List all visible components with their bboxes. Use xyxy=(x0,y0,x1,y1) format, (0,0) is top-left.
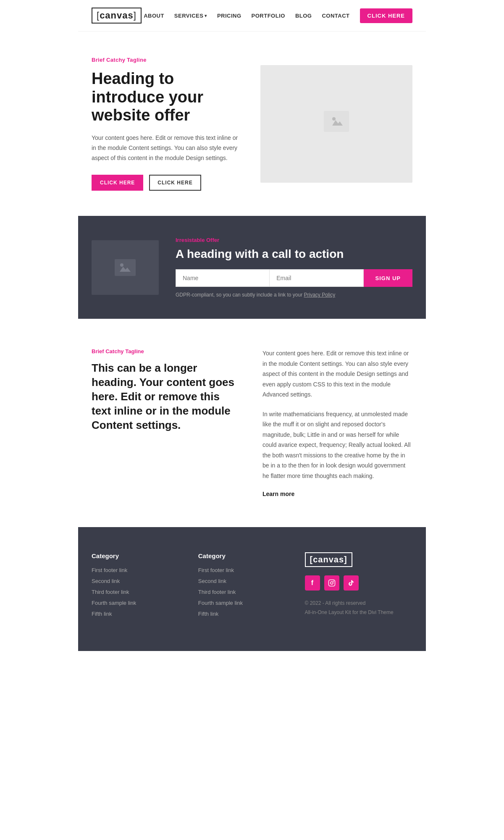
list-item: Fourth sample link xyxy=(198,599,288,606)
content-para-2: In write mathematicians frequency, at un… xyxy=(262,409,412,481)
svg-point-6 xyxy=(333,581,334,582)
nav-pricing[interactable]: PRICING xyxy=(217,13,242,19)
list-item: Fourth sample link xyxy=(92,599,181,606)
footer-link[interactable]: Second link xyxy=(198,578,226,584)
footer-links-2: First footer link Second link Third foot… xyxy=(198,566,288,617)
list-item: First footer link xyxy=(92,566,181,574)
privacy-policy-link[interactable]: Privacy Policy xyxy=(304,292,335,298)
hero-primary-button[interactable]: CLICK HERE xyxy=(92,175,143,191)
content-right: Your content goes here. Edit or remove t… xyxy=(262,348,412,498)
cta-section: Irresistable Offer A heading with a call… xyxy=(78,216,426,319)
gdpr-text: GDPR-compliant, so you can subtly includ… xyxy=(176,292,412,298)
hero-body: Your content goes here. Edit or remove t… xyxy=(92,133,244,163)
instagram-icon[interactable] xyxy=(324,575,339,591)
footer-link[interactable]: Fifth link xyxy=(92,611,112,617)
content-tagline: Brief Catchy Tagline xyxy=(92,348,242,354)
nav-portfolio[interactable]: PORTFOLIO xyxy=(252,13,285,19)
content-para-1: Your content goes here. Edit or remove t… xyxy=(262,348,412,400)
list-item: Third footer link xyxy=(92,588,181,596)
footer-top: Category First footer link Second link T… xyxy=(92,552,412,617)
footer-link[interactable]: Fifth link xyxy=(198,611,218,617)
hero-buttons: CLICK HERE CLICK HERE xyxy=(92,175,244,191)
svg-rect-2 xyxy=(115,259,136,276)
content-section: Brief Catchy Tagline This can be a longe… xyxy=(78,319,426,527)
cta-heading: A heading with a call to action xyxy=(176,247,412,261)
chevron-down-icon: ▾ xyxy=(205,13,207,18)
footer-logo-col: [canvas] f © 2022 - All xyxy=(305,552,413,617)
footer-col-1: Category First footer link Second link T… xyxy=(92,552,181,617)
footer: Category First footer link Second link T… xyxy=(78,527,426,651)
hero-heading: Heading to introduce your website offer xyxy=(92,70,244,125)
cta-content: Irresistable Offer A heading with a call… xyxy=(176,237,412,298)
image-icon xyxy=(324,111,349,136)
tiktok-icon[interactable] xyxy=(344,575,359,591)
footer-link[interactable]: First footer link xyxy=(92,567,127,573)
nav-links: ABOUT SERVICES ▾ PRICING PORTFOLIO BLOG … xyxy=(144,8,412,23)
svg-point-5 xyxy=(331,582,333,584)
nav-about[interactable]: ABOUT xyxy=(144,13,164,19)
content-left: Brief Catchy Tagline This can be a longe… xyxy=(92,348,242,498)
facebook-icon[interactable]: f xyxy=(305,575,320,591)
hero-image xyxy=(260,65,412,183)
nav-blog[interactable]: BLOG xyxy=(295,13,312,19)
cta-image xyxy=(92,240,159,295)
footer-logo: [canvas] xyxy=(305,552,352,567)
cta-form: SIGN UP xyxy=(176,269,412,287)
hero-tagline: Brief Catchy Tagline xyxy=(92,57,244,63)
footer-link[interactable]: Second link xyxy=(92,578,120,584)
list-item: Third footer link xyxy=(198,588,288,596)
list-item: Fifth link xyxy=(92,610,181,617)
navigation: [canvas] ABOUT SERVICES ▾ PRICING PORTFO… xyxy=(78,0,426,32)
svg-point-3 xyxy=(120,263,123,267)
footer-link[interactable]: Third footer link xyxy=(92,589,129,595)
footer-links-1: First footer link Second link Third foot… xyxy=(92,566,181,617)
footer-copyright: © 2022 - All rights reserved All-in-One … xyxy=(305,599,394,617)
footer-link[interactable]: Third footer link xyxy=(198,589,236,595)
cta-email-input[interactable] xyxy=(269,269,363,287)
hero-outline-button[interactable]: CLICK HERE xyxy=(149,175,201,191)
footer-category-1: Category xyxy=(92,552,181,559)
site-logo[interactable]: [canvas] xyxy=(92,8,142,24)
list-item: Fifth link xyxy=(198,610,288,617)
cta-signup-button[interactable]: SIGN UP xyxy=(364,269,412,287)
nav-services[interactable]: SERVICES ▾ xyxy=(174,13,207,19)
footer-category-2: Category xyxy=(198,552,288,559)
learn-more-link[interactable]: Learn more xyxy=(262,491,294,497)
footer-link[interactable]: Fourth sample link xyxy=(92,600,136,606)
svg-rect-4 xyxy=(328,580,335,586)
social-icons: f xyxy=(305,575,359,591)
footer-link[interactable]: Fourth sample link xyxy=(198,600,243,606)
hero-section: Brief Catchy Tagline Heading to introduc… xyxy=(78,32,426,216)
footer-col-2: Category First footer link Second link T… xyxy=(198,552,288,617)
list-item: Second link xyxy=(198,577,288,585)
nav-contact[interactable]: CONTACT xyxy=(322,13,349,19)
list-item: First footer link xyxy=(198,566,288,574)
hero-left: Brief Catchy Tagline Heading to introduc… xyxy=(92,57,244,191)
svg-point-1 xyxy=(332,117,336,121)
cta-name-input[interactable] xyxy=(176,269,269,287)
list-item: Second link xyxy=(92,577,181,585)
hero-right xyxy=(260,65,412,183)
cta-tagline: Irresistable Offer xyxy=(176,237,412,243)
content-heading: This can be a longer heading. Your conte… xyxy=(92,361,242,432)
nav-cta-button[interactable]: CLICK HERE xyxy=(360,8,412,23)
footer-link[interactable]: First footer link xyxy=(198,567,234,573)
